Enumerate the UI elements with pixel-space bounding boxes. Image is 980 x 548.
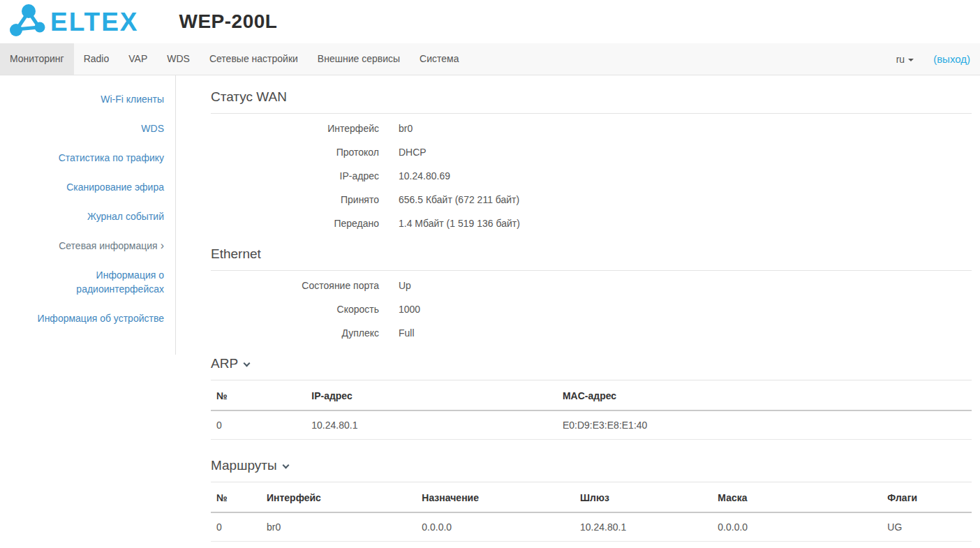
routes-col-destination: Назначение [416,482,574,512]
tab-radio[interactable]: Radio [74,43,119,75]
field-row: IP-адрес 10.24.80.69 [211,164,972,188]
routes-cell-flags: U [882,542,972,548]
top-navbar: Мониторинг Radio VAP WDS Сетевые настрой… [0,43,980,75]
field-value: Up [399,280,411,291]
field-row: Принято 656.5 Кбайт (672 211 байт) [211,188,972,212]
routes-cell-number: 1 [211,542,261,548]
routes-col-number: № [211,482,261,512]
tab-external-services[interactable]: Внешние сервисы [308,43,410,75]
logout-link[interactable]: (выход) [933,53,970,65]
section-arp: ARP № IP-адрес MAC-адрес 0 10.24.80.1 E0… [211,356,972,440]
arp-col-number: № [211,380,306,410]
arp-title: ARP [211,356,238,371]
field-value: 1000 [399,304,420,315]
sidebar-item-wifi-clients[interactable]: Wi-Fi клиенты [101,92,164,106]
tab-system[interactable]: Система [410,43,468,75]
eltex-logo: ELTEX [7,1,139,42]
routes-cell-destination: 0.0.0.0 [416,512,574,542]
field-label: IP-адрес [211,170,379,182]
arp-section-toggle[interactable]: ARP [211,356,972,380]
routes-header-row: № Интерфейс Назначение Шлюз Маска Флаги [211,482,972,512]
arp-cell-ip: 10.24.80.1 [306,410,557,440]
arp-table-row: 0 10.24.80.1 E0:D9:E3:E8:E1:40 [211,410,972,440]
section-routes: Маршруты № Интерфейс Назначение Шлюз Мас… [211,458,972,548]
ethernet-title: Ethernet [211,246,972,271]
field-label: Состояние порта [211,280,379,291]
sidebar-item-traffic-stats[interactable]: Статистика по трафику [59,151,164,165]
field-value: br0 [399,123,413,134]
logo-text: ELTEX [50,9,139,35]
field-label: Интерфейс [211,123,379,134]
arp-cell-number: 0 [211,410,306,440]
field-label: Дуплекс [211,327,379,339]
field-label: Передано [211,218,379,229]
arp-col-ip: IP-адрес [306,380,557,410]
field-value: 1.4 Мбайт (1 519 136 байт) [399,218,520,229]
routes-table-row: 1 br0 10.24.80.0 0.0.0.0 255.255.255.0 U [211,542,972,548]
arp-col-mac: MAC-адрес [557,380,972,410]
routes-cell-number: 0 [211,512,261,542]
wan-fields: Интерфейс br0 Протокол DHCP IP-адрес 10.… [211,114,972,238]
sidebar-item-wds[interactable]: WDS [141,121,164,135]
language-selector[interactable]: ru [896,54,914,65]
routes-cell-destination: 10.24.80.0 [416,542,574,548]
field-label: Принято [211,194,379,205]
sidebar-item-radio-interfaces-info[interactable]: Информация о радиоинтерфейсах [44,268,164,296]
routes-cell-mask: 0.0.0.0 [712,512,882,542]
sidebar-item-event-log[interactable]: Журнал событий [87,209,164,223]
routes-cell-flags: UG [882,512,972,542]
field-row: Дуплекс Full [211,321,972,345]
chevron-right-icon: › [161,239,164,251]
chevron-down-icon [282,462,289,469]
routes-col-flags: Флаги [882,482,972,512]
routes-cell-gateway: 10.24.80.1 [574,512,712,542]
field-label: Скорость [211,304,379,315]
sidebar: Wi-Fi клиенты WDS Статистика по трафику … [0,75,176,355]
routes-col-interface: Интерфейс [261,482,416,512]
sidebar-item-device-info[interactable]: Информация об устройстве [38,311,164,325]
routes-cell-interface: br0 [261,512,416,542]
sidebar-item-network-info-label: Сетевая информация [59,240,157,251]
arp-table: № IP-адрес MAC-адрес 0 10.24.80.1 E0:D9:… [211,380,972,440]
tab-monitoring[interactable]: Мониторинг [0,43,74,75]
chevron-down-icon [244,360,251,367]
tab-vap[interactable]: VAP [119,43,157,75]
section-ethernet: Ethernet Состояние порта Up Скорость 100… [211,246,972,348]
field-value: Full [399,327,415,339]
routes-col-gateway: Шлюз [574,482,712,512]
arp-cell-mac: E0:D9:E3:E8:E1:40 [557,410,972,440]
app-header: ELTEX WEP-200L [0,0,980,43]
sidebar-menu: Wi-Fi клиенты WDS Статистика по трафику … [0,75,176,355]
page-layout: Wi-Fi клиенты WDS Статистика по трафику … [0,75,980,548]
tab-network-settings[interactable]: Сетевые настройки [200,43,308,75]
sidebar-item-network-info[interactable]: Сетевая информация› [59,239,164,253]
field-row: Скорость 1000 [211,297,972,321]
routes-cell-gateway: 0.0.0.0 [574,542,712,548]
arp-header-row: № IP-адрес MAC-адрес [211,380,972,410]
main-content: Статус WAN Интерфейс br0 Протокол DHCP I… [176,75,980,548]
wan-status-title: Статус WAN [211,89,972,114]
section-wan-status: Статус WAN Интерфейс br0 Протокол DHCP I… [211,89,972,238]
nav-tabs: Мониторинг Radio VAP WDS Сетевые настрой… [0,43,468,75]
eltex-molecule-icon [7,1,46,42]
field-row: Состояние порта Up [211,274,972,297]
navbar-right: ru (выход) [896,43,980,75]
field-row: Протокол DHCP [211,140,972,164]
routes-cell-interface: br0 [261,542,416,548]
sidebar-item-air-scan[interactable]: Сканирование эфира [66,180,164,194]
field-row: Интерфейс br0 [211,117,972,140]
field-value: 656.5 Кбайт (672 211 байт) [399,194,519,205]
field-value: 10.24.80.69 [399,170,450,182]
tab-wds[interactable]: WDS [157,43,200,75]
language-label: ru [896,54,905,65]
routes-section-toggle[interactable]: Маршруты [211,458,972,482]
routes-title: Маршруты [211,458,277,473]
field-value: DHCP [399,147,426,158]
routes-col-mask: Маска [712,482,882,512]
routes-table: № Интерфейс Назначение Шлюз Маска Флаги … [211,482,972,548]
ethernet-fields: Состояние порта Up Скорость 1000 Дуплекс… [211,271,972,348]
routes-cell-mask: 255.255.255.0 [712,542,882,548]
field-label: Протокол [211,147,379,158]
device-model-title: WEP-200L [179,10,278,33]
caret-down-icon [908,59,914,61]
